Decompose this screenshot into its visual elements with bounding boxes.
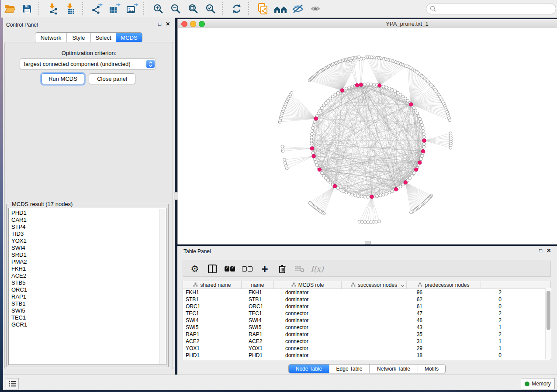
mcds-result-item[interactable]: PHD1 <box>11 210 166 217</box>
table-cell[interactable]: SWI4 <box>183 317 246 324</box>
table-cell[interactable]: 0 <box>425 296 504 303</box>
column-header-name[interactable]: name <box>242 281 274 289</box>
table-cell[interactable]: 96 <box>355 289 425 296</box>
table-cell[interactable]: connector <box>283 324 355 331</box>
tab-motifs[interactable]: Motifs <box>418 364 445 373</box>
table-cell[interactable]: ACE2 <box>183 338 246 345</box>
table-cell[interactable]: 2 <box>425 317 504 324</box>
table-row[interactable]: SWI4SWI4dominator462 <box>183 317 504 324</box>
horizontal-splitter-handle[interactable] <box>365 241 371 244</box>
table-cell[interactable]: dominator <box>283 317 355 324</box>
column-header-shared-name[interactable]: shared name <box>183 281 242 289</box>
table-cell[interactable]: 1 <box>425 324 504 331</box>
task-history-button[interactable] <box>6 378 19 389</box>
mcds-result-item[interactable]: RAP1 <box>11 293 166 300</box>
table-cell[interactable]: dominator <box>283 289 355 296</box>
table-cell[interactable]: 2 <box>425 289 504 296</box>
table-row[interactable]: PHD1PHD1dominator180 <box>183 352 504 359</box>
minimize-window-light[interactable] <box>190 21 196 27</box>
table-cell[interactable]: SWI4 <box>246 317 283 324</box>
show-all-eye-icon[interactable] <box>307 1 324 16</box>
table-cell[interactable]: FKH1 <box>183 289 246 296</box>
tab-edge-table[interactable]: Edge Table <box>329 364 369 373</box>
table-cell[interactable]: TEC1 <box>246 310 283 317</box>
zoom-fit-icon[interactable] <box>184 1 202 16</box>
table-cell[interactable]: RAP1 <box>246 331 283 338</box>
mcds-result-item[interactable]: TEC1 <box>11 314 166 321</box>
delete-table-icon[interactable] <box>294 263 305 275</box>
table-cell[interactable]: 1 <box>425 338 504 345</box>
table-cell[interactable]: 18 <box>355 352 425 359</box>
mcds-result-item[interactable]: SRD1 <box>11 251 166 258</box>
float-panel-icon[interactable]: □ <box>539 248 542 253</box>
table-cell[interactable]: 47 <box>355 310 425 317</box>
table-cell[interactable]: 35 <box>355 331 425 338</box>
mcds-result-scrollbar[interactable] <box>159 209 166 364</box>
mcds-result-item[interactable]: CAR1 <box>11 217 166 224</box>
table-cell[interactable]: 0 <box>425 352 504 359</box>
tab-style[interactable]: Style <box>66 33 90 42</box>
table-cell[interactable]: FKH1 <box>246 289 283 296</box>
table-cell[interactable]: 43 <box>355 324 425 331</box>
mcds-result-item[interactable]: ORC1 <box>11 286 166 293</box>
table-cell[interactable]: ACE2 <box>246 338 283 345</box>
clone-network-icon[interactable] <box>254 1 272 16</box>
deselect-all-icon[interactable] <box>242 263 253 275</box>
close-panel-icon[interactable]: ✕ <box>547 248 551 253</box>
table-cell[interactable]: dominator <box>283 352 355 359</box>
zoom-selected-icon[interactable] <box>202 1 219 16</box>
close-panel-button[interactable]: Close panel <box>89 73 135 84</box>
vertical-splitter-handle[interactable] <box>174 192 178 200</box>
mcds-result-item[interactable]: STB5 <box>11 279 166 286</box>
save-session-icon[interactable] <box>18 1 36 16</box>
search-input[interactable] <box>426 3 556 14</box>
table-cell[interactable]: 2 <box>425 310 504 317</box>
maximize-window-light[interactable] <box>199 21 205 27</box>
column-header-successor-nodes[interactable]: successor nodes <box>342 281 407 289</box>
table-cell[interactable]: ORC1 <box>183 303 246 310</box>
function-builder-icon[interactable]: f(x) <box>311 263 323 275</box>
zoom-out-icon[interactable] <box>167 1 184 16</box>
mcds-result-item[interactable]: STP4 <box>11 224 166 230</box>
toggle-panels-icon[interactable] <box>207 263 218 275</box>
close-window-light[interactable] <box>181 21 187 27</box>
mcds-result-item[interactable]: SWI4 <box>11 244 166 251</box>
table-cell[interactable]: 46 <box>355 317 425 324</box>
export-table-icon[interactable] <box>106 1 123 16</box>
table-row[interactable]: RAP1RAP1dominator352 <box>183 331 504 338</box>
refresh-icon[interactable] <box>228 1 246 16</box>
table-scrollbar-thumb[interactable] <box>547 291 550 330</box>
table-row[interactable]: ACE2ACE2connector311 <box>183 338 504 345</box>
hide-selected-eye-icon[interactable] <box>289 1 307 16</box>
run-mcds-button[interactable]: Run MCDS <box>42 73 84 84</box>
mcds-result-item[interactable]: GCR1 <box>11 321 166 328</box>
add-column-icon[interactable]: + <box>259 263 270 275</box>
tab-node-table[interactable]: Node Table <box>289 364 329 373</box>
network-canvas[interactable] <box>178 28 557 244</box>
zoom-in-icon[interactable] <box>149 1 167 16</box>
table-row[interactable]: SWI5SWI5connector431 <box>183 324 504 331</box>
mcds-result-listbox[interactable]: PHD1CAR1STP4TID3YOX1SWI4SRD1PMA2FKH1ACE2… <box>8 208 166 365</box>
float-panel-icon[interactable]: □ <box>158 21 161 27</box>
table-cell[interactable]: YOX1 <box>183 345 246 352</box>
table-cell[interactable]: STB1 <box>183 296 246 303</box>
memory-button[interactable]: Memory <box>521 378 555 389</box>
mcds-result-item[interactable]: STB1 <box>11 300 166 307</box>
table-cell[interactable]: RAP1 <box>183 331 246 338</box>
table-cell[interactable]: 62 <box>355 296 425 303</box>
table-row[interactable]: TEC1TEC1connector472 <box>183 310 504 317</box>
mcds-result-item[interactable]: PMA2 <box>11 258 166 265</box>
delete-column-icon[interactable] <box>277 263 288 275</box>
export-image-icon[interactable] <box>123 1 141 16</box>
table-cell[interactable]: SWI5 <box>246 324 283 331</box>
table-cell[interactable]: dominator <box>283 303 355 310</box>
import-table-icon[interactable] <box>62 1 80 16</box>
node-table[interactable]: FKH1FKH1dominator962STB1STB1dominator620… <box>183 289 551 360</box>
table-cell[interactable]: 1 <box>425 345 504 352</box>
mcds-result-item[interactable]: YOX1 <box>11 237 166 244</box>
column-header-predecessor-nodes[interactable]: predecessor nodes <box>407 281 481 289</box>
first-neighbors-icon[interactable] <box>272 1 289 16</box>
table-cell[interactable]: 31 <box>355 338 425 345</box>
column-header-MCDS-role[interactable]: MCDS role <box>274 281 342 289</box>
table-cell[interactable]: 61 <box>355 303 425 310</box>
